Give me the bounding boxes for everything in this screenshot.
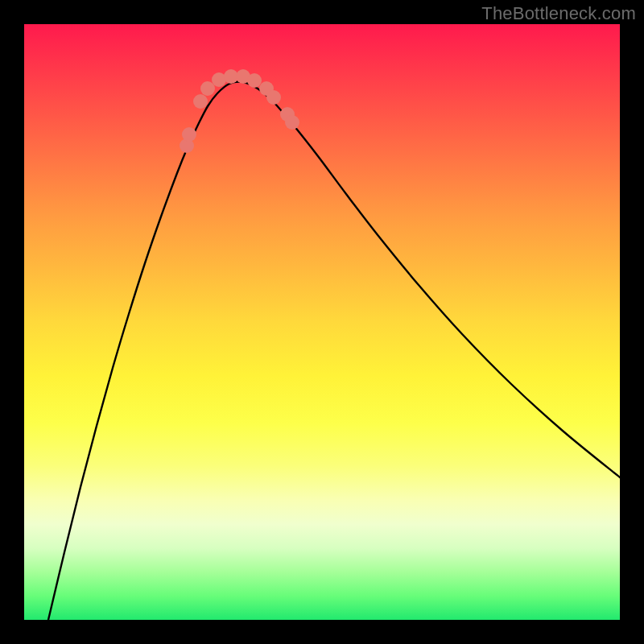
curve-svg: [24, 24, 620, 620]
watermark-text: TheBottleneck.com: [481, 3, 636, 24]
curve-marker: [266, 90, 281, 105]
plot-area: [24, 24, 620, 620]
bottleneck-curve: [48, 82, 620, 620]
curve-marker: [182, 127, 196, 142]
curve-marker: [193, 94, 208, 109]
curve-markers: [180, 69, 299, 153]
curve-marker: [247, 73, 262, 88]
chart-frame: TheBottleneck.com: [0, 0, 644, 644]
curve-marker: [285, 115, 299, 130]
curve-marker: [200, 81, 215, 96]
